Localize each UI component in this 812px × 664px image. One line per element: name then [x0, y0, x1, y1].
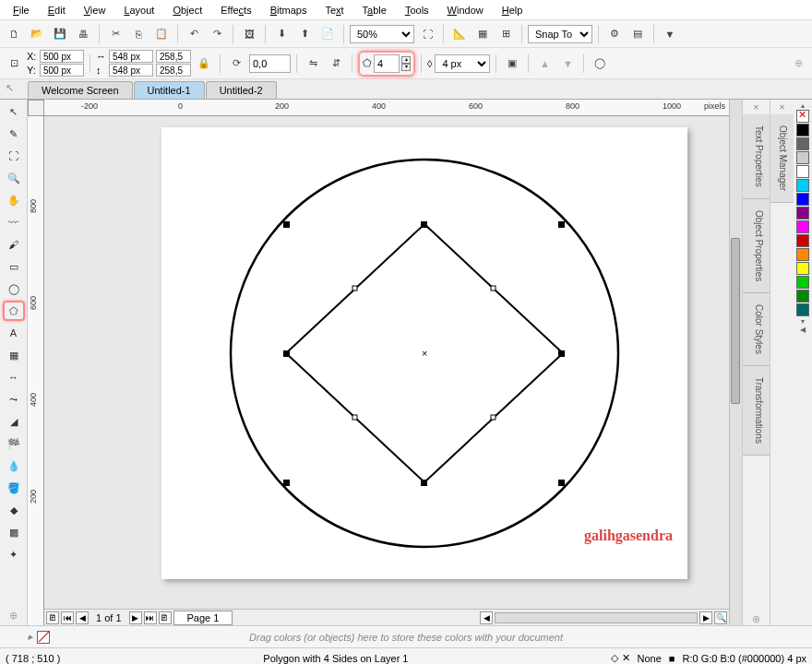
scale-y-input[interactable] — [156, 64, 191, 77]
next-page-icon[interactable]: ▶ — [129, 611, 142, 624]
sides-spinner[interactable]: ▴▾ — [401, 56, 411, 71]
swatch[interactable] — [796, 276, 809, 289]
mirror-h-icon[interactable]: ⇋ — [303, 53, 323, 74]
page-tab[interactable]: Page 1 — [173, 611, 233, 625]
x-input[interactable] — [40, 50, 84, 63]
last-page-icon[interactable]: ⏭ — [144, 611, 157, 624]
swatch[interactable] — [796, 137, 809, 150]
snap-select[interactable]: Snap To — [528, 25, 592, 43]
zoom-select[interactable]: 50% — [350, 25, 414, 43]
y-input[interactable] — [40, 64, 84, 77]
interactive-fill-tool[interactable]: ◆ — [3, 500, 25, 520]
pdf-icon[interactable]: 📄 — [317, 24, 338, 44]
swatch[interactable] — [796, 165, 809, 178]
crop-tool[interactable]: ⛶ — [3, 146, 25, 166]
pick-tool-icon[interactable]: ↖ — [6, 82, 14, 94]
swatch[interactable] — [796, 303, 809, 316]
back-icon[interactable]: ▼ — [557, 53, 578, 74]
ruler-horizontal[interactable]: -200 0 200 400 600 800 1000 pixels — [44, 100, 729, 116]
scroll-right-icon[interactable]: ▶ — [699, 611, 712, 624]
fill-indicator-icon[interactable]: ◇ ✕ — [611, 652, 629, 664]
menu-bitmaps[interactable]: Bitmaps — [261, 2, 316, 18]
pick-tool[interactable]: ↖ — [3, 101, 25, 122]
menu-layout[interactable]: Layout — [114, 2, 163, 18]
options-icon[interactable]: ⚙ — [604, 24, 625, 44]
dimension-tool[interactable]: ↔ — [3, 367, 25, 387]
rulers-icon[interactable]: 📐 — [449, 24, 470, 44]
guides-icon[interactable]: ⊞ — [496, 24, 516, 44]
swatch[interactable] — [796, 290, 809, 302]
save-icon[interactable]: 💾 — [50, 24, 70, 44]
swatch[interactable] — [796, 151, 809, 164]
redo-icon[interactable]: ↷ — [207, 24, 227, 44]
document-palette[interactable]: ▸ Drag colors (or objects) here to store… — [0, 625, 812, 647]
print-icon[interactable]: 🖶 — [73, 24, 93, 44]
add-button-icon[interactable]: ⊕ — [788, 53, 808, 74]
docker-text-properties[interactable]: Text Properties — [743, 114, 770, 199]
menu-text[interactable]: Text — [316, 2, 352, 18]
docker-object-manager[interactable]: Object Manager — [770, 114, 794, 203]
lock-ratio-icon[interactable]: 🔒 — [194, 53, 214, 74]
height-input[interactable] — [109, 64, 153, 77]
drop-shadow-tool[interactable]: ◢ — [3, 411, 25, 432]
grid-icon[interactable]: ▦ — [472, 24, 493, 44]
wrap-text-icon[interactable]: ▣ — [502, 53, 522, 74]
swatch[interactable] — [796, 234, 809, 247]
ruler-origin[interactable] — [28, 100, 44, 116]
scale-x-input[interactable] — [156, 50, 191, 63]
smart-fill-tool[interactable]: ✦ — [3, 544, 25, 564]
tab-untitled-2[interactable]: Untitled-2 — [206, 81, 277, 99]
connector-tool[interactable]: ⤳ — [3, 389, 25, 409]
app-icon[interactable]: ▼ — [660, 24, 680, 44]
fullscreen-icon[interactable]: ⛶ — [417, 24, 437, 44]
cut-icon[interactable]: ✂ — [105, 24, 125, 44]
front-icon[interactable]: ▲ — [534, 53, 555, 74]
search-icon[interactable]: 🖼 — [239, 24, 259, 44]
undo-icon[interactable]: ↶ — [184, 24, 204, 44]
launcher-icon[interactable]: ▤ — [627, 24, 648, 44]
menu-window[interactable]: Window — [438, 2, 493, 18]
menu-tools[interactable]: Tools — [396, 2, 438, 18]
docker-color-styles[interactable]: Color Styles — [743, 293, 770, 366]
close-docker-icon[interactable]: × — [743, 100, 770, 114]
width-input[interactable] — [109, 50, 153, 63]
canvas-area[interactable]: -200 0 200 400 600 800 1000 pixels 800 6… — [28, 100, 729, 625]
text-tool[interactable]: A — [3, 323, 25, 343]
copy-icon[interactable]: ⎘ — [128, 24, 149, 44]
swatch[interactable] — [796, 193, 809, 206]
zoom-tool[interactable]: 🔍 — [3, 168, 25, 188]
paste-icon[interactable]: 📋 — [151, 24, 172, 44]
shape-tool[interactable]: ✎ — [3, 124, 25, 144]
first-page-icon[interactable]: ⏮ — [61, 611, 74, 624]
docker-add-icon[interactable]: ⊕ — [743, 613, 770, 625]
outline-indicator-icon[interactable]: ■ — [669, 653, 675, 664]
swatch[interactable] — [796, 124, 809, 136]
menu-help[interactable]: Help — [493, 2, 532, 18]
tab-untitled-1[interactable]: Untitled-1 — [134, 81, 205, 99]
scroll-left-icon[interactable]: ◀ — [480, 611, 493, 624]
quick-customize-icon[interactable]: ⊕ — [3, 605, 25, 625]
swatch[interactable] — [796, 248, 809, 261]
open-icon[interactable]: 📂 — [27, 24, 47, 44]
drawing-page[interactable]: × galihgasendra — [161, 127, 687, 579]
eyedropper-tool[interactable]: 💧 — [3, 456, 25, 476]
navigator-icon[interactable]: 🔍 — [714, 611, 727, 624]
docker-object-properties[interactable]: Object Properties — [743, 199, 770, 293]
close-docker2-icon[interactable]: × — [770, 100, 794, 114]
mirror-v-icon[interactable]: ⇵ — [326, 53, 346, 74]
rectangle-tool[interactable]: ▭ — [3, 256, 25, 277]
tab-welcome[interactable]: Welcome Screen — [28, 81, 133, 99]
prev-page-icon[interactable]: ◀ — [76, 611, 89, 624]
outline-width-select[interactable]: 4 px — [435, 54, 490, 73]
swatch[interactable] — [796, 220, 809, 233]
menu-object[interactable]: Object — [163, 2, 211, 18]
rotation-input[interactable] — [249, 54, 291, 73]
freehand-tool[interactable]: 〰 — [3, 212, 25, 232]
swatch[interactable] — [796, 179, 809, 192]
menu-effects[interactable]: Effects — [211, 2, 260, 18]
sides-input[interactable] — [374, 54, 400, 73]
transparency-tool[interactable]: 🏁 — [3, 433, 25, 454]
mesh-fill-tool[interactable]: ▩ — [3, 522, 25, 542]
menu-edit[interactable]: Edit — [39, 2, 75, 18]
pan-tool[interactable]: ✋ — [3, 190, 25, 210]
